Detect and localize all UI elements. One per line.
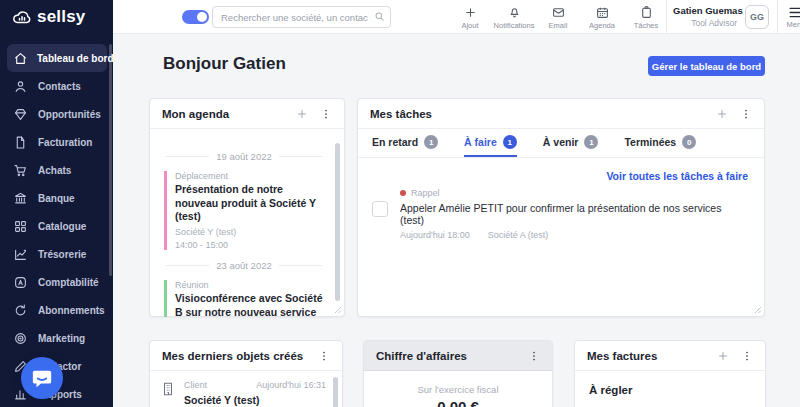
- action-label: Tâches: [634, 21, 659, 30]
- event-title: Visioconférence avec Société B sur notre…: [175, 292, 326, 317]
- kebab-menu-icon[interactable]: [528, 350, 540, 362]
- agenda-scrollbar[interactable]: [335, 143, 340, 301]
- chat-bubble-icon: [31, 367, 53, 389]
- card-title: Chiffre d'affaires: [376, 350, 467, 362]
- tab-a-venir[interactable]: À venir1: [543, 129, 599, 157]
- resize-handle-icon[interactable]: [334, 306, 342, 314]
- sidebar-item-comptabilite[interactable]: Comptabilité: [7, 268, 107, 296]
- sidebar-item-label: Marketing: [38, 333, 85, 344]
- sidebar-item-achats[interactable]: Achats: [7, 156, 107, 184]
- document-icon: [14, 135, 28, 149]
- invoices-section-label: À régler: [589, 384, 751, 396]
- resize-handle-icon[interactable]: [754, 306, 762, 314]
- event-related: Société Y (test): [175, 227, 326, 237]
- sidebar-scrollbar[interactable]: [109, 44, 112, 276]
- add-task-button[interactable]: [716, 108, 728, 120]
- task-title[interactable]: Appeler Amélie PETIT pour confirmer la p…: [400, 202, 748, 226]
- sidebar-item-banque[interactable]: Banque: [7, 184, 107, 212]
- sidebar-item-tableau-de-bord[interactable]: Tableau de bord: [7, 44, 107, 72]
- card-title: Mes factures: [587, 350, 657, 362]
- topbar-actions: Ajout Notifications Email Agenda Tâches: [448, 2, 668, 33]
- plus-icon: [464, 6, 477, 19]
- object-time: Aujourd'hui 16:31: [256, 380, 326, 390]
- tab-a-faire[interactable]: À faire1: [464, 129, 517, 157]
- kebab-menu-icon[interactable]: [320, 108, 332, 120]
- sidebar-item-opportunites[interactable]: Opportunités: [7, 100, 107, 128]
- grid-icon: [14, 219, 28, 233]
- refresh-icon: [14, 303, 28, 317]
- sidebar-item-label: Achats: [38, 165, 71, 176]
- tab-count-badge: 1: [424, 135, 438, 149]
- hamburger-icon: [789, 7, 800, 18]
- sidebar-item-label: Catalogue: [38, 221, 86, 232]
- add-event-button[interactable]: [296, 108, 308, 120]
- sidebar-item-facturation[interactable]: Facturation: [7, 128, 107, 156]
- action-label: Email: [549, 21, 568, 30]
- sidebar-item-tresorerie[interactable]: Trésorerie: [7, 240, 107, 268]
- calendar-icon: [596, 6, 609, 19]
- card-title: Mes derniers objets créés: [162, 350, 303, 362]
- sidebar-item-label: Opportunités: [38, 109, 101, 120]
- bell-icon: [508, 6, 521, 19]
- sidebar-item-catalogue[interactable]: Catalogue: [7, 212, 107, 240]
- sidebar-item-abonnements[interactable]: Abonnements: [7, 296, 107, 324]
- event-title: Présentation de notre nouveau produit à …: [175, 183, 326, 224]
- chart-line-icon: [14, 247, 28, 261]
- latest-objects-card: Mes derniers objets créés Client Aujourd…: [149, 340, 343, 407]
- invoices-card: Mes factures À régler: [574, 340, 766, 407]
- sidebar-nav: Tableau de bord Contacts Opportunités Fa…: [7, 44, 107, 407]
- event-type: Réunion: [175, 280, 326, 290]
- tab-terminees[interactable]: Terminées0: [624, 129, 696, 157]
- chat-widget-button[interactable]: [21, 357, 63, 399]
- menu-button[interactable]: Menu: [781, 2, 800, 33]
- revenue-card: Chiffre d'affaires Sur l'exercice fiscal…: [363, 340, 553, 407]
- agenda-event[interactable]: Déplacement Présentation de notre nouvea…: [164, 171, 326, 250]
- event-type: Déplacement: [175, 171, 326, 181]
- action-label: Agenda: [589, 21, 615, 30]
- sidebar-item-label: Abonnements: [38, 305, 105, 316]
- kebab-menu-icon[interactable]: [740, 108, 752, 120]
- topbar: Ajout Notifications Email Agenda Tâches …: [113, 0, 800, 34]
- manage-dashboard-button[interactable]: Gérer le tableau de bord: [648, 56, 765, 76]
- task-checkbox[interactable]: [372, 201, 388, 217]
- task-body: Rappel Appeler Amélie PETIT pour confirm…: [400, 188, 748, 240]
- agenda-event[interactable]: Réunion Visioconférence avec Société B s…: [164, 280, 326, 317]
- view-all-tasks-link[interactable]: Voir toutes les tâches à faire: [358, 158, 764, 182]
- sidebar-item-label: Banque: [38, 193, 75, 204]
- sidebar-item-marketing[interactable]: Marketing: [7, 324, 107, 352]
- global-search: [212, 6, 391, 28]
- objects-scrollbar[interactable]: [333, 377, 338, 407]
- clipboard-icon: [640, 6, 653, 19]
- date-divider: 23 août 2022: [166, 260, 322, 271]
- tasks-button[interactable]: Tâches: [624, 2, 668, 33]
- user-role: Tool Advisor: [673, 18, 737, 28]
- bank-icon: [14, 191, 28, 205]
- task-item: Rappel Appeler Amélie PETIT pour confirm…: [358, 182, 764, 240]
- kebab-menu-icon[interactable]: [741, 350, 753, 362]
- search-input[interactable]: [212, 6, 391, 28]
- avatar[interactable]: GG: [745, 5, 769, 29]
- sidebar-item-label: Trésorerie: [38, 249, 86, 260]
- notifications-button[interactable]: Notifications: [492, 2, 536, 33]
- tab-en-retard[interactable]: En retard1: [372, 129, 438, 157]
- email-button[interactable]: Email: [536, 2, 580, 33]
- task-related: Société A (test): [488, 230, 549, 240]
- latest-objects-header: Mes derniers objets créés: [150, 341, 342, 371]
- agenda-button[interactable]: Agenda: [580, 2, 624, 33]
- add-invoice-button[interactable]: [717, 350, 729, 362]
- user-name: Gatien Guemas: [673, 5, 737, 16]
- sidebar-item-contacts[interactable]: Contacts: [7, 72, 107, 100]
- add-button[interactable]: Ajout: [448, 2, 492, 33]
- revenue-body: Sur l'exercice fiscal 0.00 €: [364, 371, 552, 407]
- gem-icon: [14, 107, 28, 121]
- tasks-card-header: Mes tâches: [358, 99, 764, 129]
- revenue-subtitle: Sur l'exercice fiscal: [364, 384, 552, 395]
- object-item[interactable]: Client Aujourd'hui 16:31 Société Y (test…: [150, 371, 342, 406]
- user-menu[interactable]: Gatien Guemas Tool Advisor: [673, 5, 737, 28]
- card-title: Mon agenda: [162, 108, 229, 120]
- mode-toggle[interactable]: [182, 10, 209, 24]
- sellsy-logo[interactable]: sellsy: [0, 0, 113, 34]
- kebab-menu-icon[interactable]: [318, 350, 330, 362]
- task-due: Aujourd'hui 18:00: [400, 230, 470, 240]
- badge-a-icon: [14, 275, 28, 289]
